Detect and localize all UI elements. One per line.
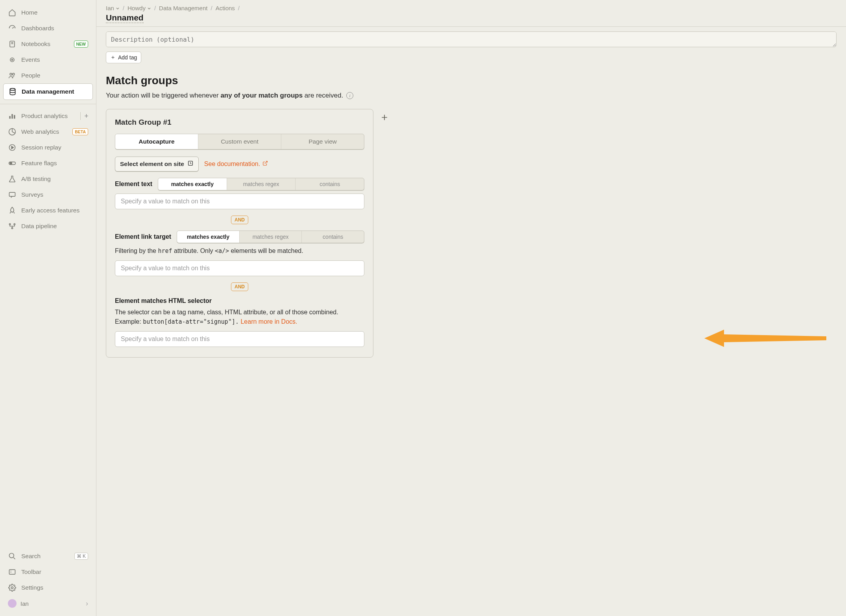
add-insight-button[interactable]: + [80, 112, 88, 120]
toolbar-icon [8, 568, 17, 576]
nav-label: Early access features [21, 207, 88, 214]
svg-point-3 [13, 73, 15, 75]
element-text-label: Element text [115, 181, 152, 188]
broadcast-icon [8, 55, 17, 64]
element-text-match-mode: matches exactlymatches regexcontains [158, 178, 364, 190]
tab-page-view[interactable]: Page view [281, 134, 364, 149]
sidebar-item-web-analytics[interactable]: Web analyticsBETA [3, 124, 93, 140]
sidebar-item-people[interactable]: People [3, 68, 93, 83]
add-tag-button[interactable]: ＋ Add tag [106, 52, 141, 63]
svg-point-2 [10, 73, 12, 75]
sidebar-toolbar[interactable]: Toolbar [3, 564, 93, 580]
target-icon [187, 160, 194, 168]
tab-custom-event[interactable]: Custom event [198, 134, 281, 149]
sidebar-item-session-replay[interactable]: Session replay [3, 140, 93, 155]
people-icon [8, 71, 17, 80]
segment-matches-regex[interactable]: matches regex [227, 178, 296, 190]
event-type-tabs: AutocaptureCustom eventPage view [115, 134, 364, 149]
nav-label: Product analytics [21, 113, 74, 120]
element-link-match-mode: matches exactlymatches regexcontains [177, 231, 364, 243]
sidebar-settings-label: Settings [21, 584, 88, 591]
description-input[interactable] [106, 31, 837, 47]
and-separator: AND [231, 282, 248, 291]
element-link-help: Filtering by the href attribute. Only <a… [115, 246, 364, 256]
see-docs-label: See documentation. [204, 160, 260, 168]
badge-new: NEW [74, 41, 89, 48]
main-content: Ian /Howdy /Data Management/Actions/ Unn… [96, 0, 846, 616]
svg-point-13 [14, 223, 15, 225]
segment-matches-exactly[interactable]: matches exactly [177, 231, 240, 243]
search-shortcut: ⌘ K [74, 553, 88, 560]
nav-label: Web analytics [21, 128, 68, 135]
breadcrumb-item[interactable]: Ian [106, 5, 120, 11]
add-tag-label: Add tag [118, 54, 137, 61]
sidebar-settings[interactable]: Settings [3, 580, 93, 596]
sidebar-item-events[interactable]: Events [3, 52, 93, 68]
sidebar-divider [0, 104, 96, 104]
rocket-icon [8, 206, 17, 215]
nav-label: Feature flags [21, 160, 88, 167]
segment-contains[interactable]: contains [296, 178, 364, 190]
bars-icon [8, 112, 17, 120]
sidebar-item-dashboards[interactable]: Dashboards [3, 20, 93, 36]
svg-point-12 [9, 223, 11, 225]
sidebar-search[interactable]: Search ⌘ K [3, 548, 93, 564]
learn-more-link[interactable]: Learn more in Docs. [240, 317, 297, 326]
flask-icon [8, 175, 17, 183]
info-icon[interactable]: i [346, 92, 353, 99]
sidebar-user-name: Ian [20, 600, 29, 607]
external-link-icon [262, 160, 268, 168]
segment-matches-regex[interactable]: matches regex [240, 231, 302, 243]
nav-label: Notebooks [21, 41, 69, 48]
sidebar-item-a-b-testing[interactable]: A/B testing [3, 171, 93, 187]
nav-label: Dashboards [21, 25, 88, 32]
selector-input[interactable] [115, 331, 364, 347]
toggle-icon [8, 159, 17, 168]
home-icon [8, 8, 17, 17]
sidebar-item-feature-flags[interactable]: Feature flags [3, 155, 93, 171]
sidebar-item-notebooks[interactable]: NotebooksNEW [3, 36, 93, 52]
badge-beta: BETA [72, 128, 88, 135]
selector-label: Element matches HTML selector [115, 297, 364, 304]
sidebar-user[interactable]: Ian › [3, 596, 93, 611]
svg-rect-11 [9, 192, 15, 196]
sidebar-item-early-access-features[interactable]: Early access features [3, 203, 93, 218]
nav-label: Data management [22, 88, 88, 95]
breadcrumb-item[interactable]: Data Management [159, 5, 207, 11]
nav-label: Home [21, 9, 88, 16]
database-icon [8, 87, 17, 96]
breadcrumb-item[interactable]: Howdy [127, 5, 151, 11]
svg-point-17 [11, 587, 13, 589]
svg-rect-7 [14, 115, 15, 119]
sidebar-item-home[interactable]: Home [3, 5, 93, 20]
match-group-card: Match Group #1 AutocaptureCustom eventPa… [106, 109, 373, 358]
segment-matches-exactly[interactable]: matches exactly [158, 178, 227, 190]
section-title: Match groups [96, 71, 846, 90]
breadcrumb: Ian /Howdy /Data Management/Actions/ [96, 0, 846, 13]
sidebar-item-data-management[interactable]: Data management [3, 83, 93, 100]
plus-icon: ＋ [110, 54, 116, 61]
add-match-group-button[interactable]: ＋ [378, 111, 391, 123]
chat-icon [8, 190, 17, 199]
sidebar-item-data-pipeline[interactable]: Data pipeline [3, 218, 93, 234]
sidebar: HomeDashboardsNotebooksNEWEventsPeopleDa… [0, 0, 96, 616]
element-link-label: Element link target [115, 233, 171, 240]
see-documentation-link[interactable]: See documentation. [204, 160, 268, 168]
svg-point-15 [9, 553, 14, 558]
sidebar-item-product-analytics[interactable]: Product analytics+ [3, 108, 93, 124]
svg-point-4 [10, 89, 15, 90]
chevron-down-icon [147, 5, 151, 11]
breadcrumb-item[interactable]: Actions [216, 5, 235, 11]
chevron-right-icon: › [86, 599, 88, 608]
tab-autocapture[interactable]: Autocapture [115, 134, 198, 149]
element-link-input[interactable] [115, 260, 364, 276]
element-text-input[interactable] [115, 194, 364, 209]
sidebar-item-surveys[interactable]: Surveys [3, 187, 93, 203]
nav-label: Session replay [21, 144, 88, 151]
select-element-button[interactable]: Select element on site [115, 157, 199, 172]
selector-help: The selector can be a tag name, class, H… [115, 308, 364, 326]
page-title[interactable]: Unnamed [106, 13, 144, 23]
pie-icon [8, 127, 17, 136]
segment-contains[interactable]: contains [302, 231, 364, 243]
gauge-icon [8, 24, 17, 33]
